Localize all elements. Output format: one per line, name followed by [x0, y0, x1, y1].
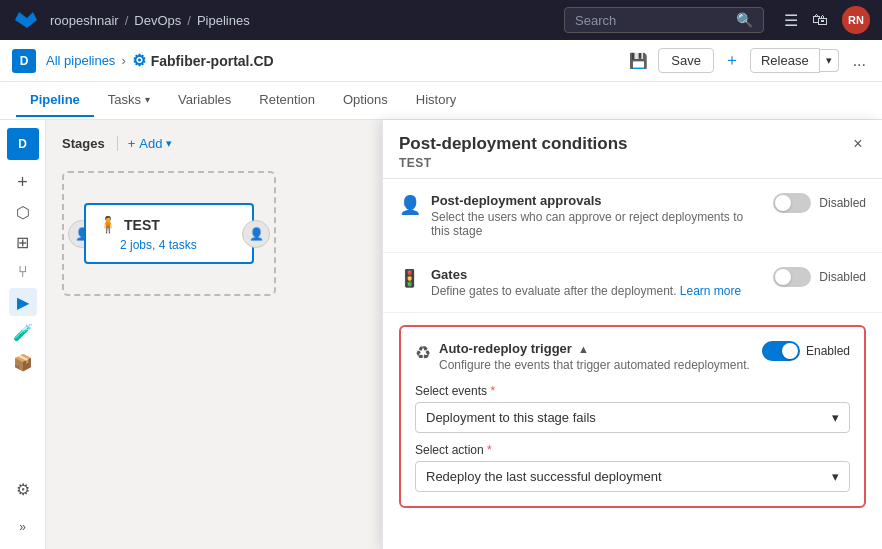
auto-redeploy-toggle-group: Enabled — [762, 341, 850, 361]
select-action-group: Select action * Redeploy the last succes… — [415, 443, 850, 492]
panel-header: Post-deployment conditions TEST × — [383, 120, 882, 179]
sidebar-org-icon[interactable]: D — [7, 128, 39, 160]
more-options-button[interactable]: ... — [849, 48, 870, 74]
post-deployment-panel: Post-deployment conditions TEST × 👤 Post… — [382, 120, 882, 549]
breadcrumb-org[interactable]: DevOps — [134, 13, 181, 28]
stages-area: 👤 🧍 TEST 2 jobs, 4 tasks 👤 — [84, 203, 254, 264]
gates-learn-more-link[interactable]: Learn more — [680, 284, 741, 298]
auto-redeploy-title: Auto-redeploy trigger ▲ — [439, 341, 754, 356]
stage-wrapper: 👤 🧍 TEST 2 jobs, 4 tasks 👤 — [84, 203, 254, 264]
gates-toggle-group: Disabled — [773, 267, 866, 287]
stages-dashed-container: 👤 🧍 TEST 2 jobs, 4 tasks 👤 — [62, 171, 276, 296]
gates-toggle-label: Disabled — [819, 270, 866, 284]
approvals-icon: 👤 — [399, 194, 421, 216]
gates-icon: 🚦 — [399, 268, 421, 289]
top-nav: roopeshnair / DevOps / Pipelines 🔍 ☰ 🛍 R… — [0, 0, 882, 40]
release-button[interactable]: Release — [750, 48, 820, 73]
tab-variables[interactable]: Variables — [164, 84, 245, 117]
tab-options[interactable]: Options — [329, 84, 402, 117]
approvals-toggle-group: Disabled — [773, 193, 866, 213]
tab-tasks[interactable]: Tasks ▾ — [94, 84, 164, 117]
tab-history[interactable]: History — [402, 84, 470, 117]
sidebar-icon-overview[interactable]: ⬡ — [9, 198, 37, 226]
all-pipelines-link[interactable]: All pipelines — [46, 53, 115, 68]
breadcrumb: roopeshnair / DevOps / Pipelines — [50, 13, 250, 28]
sidebar-expand-icon[interactable]: » — [9, 513, 37, 541]
select-action-required-marker: * — [487, 443, 492, 457]
logo[interactable] — [12, 6, 40, 34]
pipeline-breadcrumb: All pipelines › ⚙ Fabfiber-portal.CD — [46, 51, 274, 70]
tasks-chevron-icon: ▾ — [145, 94, 150, 105]
search-box: 🔍 — [564, 7, 764, 33]
main-content: D + ⬡ ⊞ ⑂ ▶ 🧪 📦 ⚙ » Stages + Add ▾ 👤 — [0, 120, 882, 549]
auto-redeploy-chevron-up-icon[interactable]: ▲ — [578, 343, 589, 355]
top-nav-icons: ☰ 🛍 RN — [784, 6, 870, 34]
stage-post-approver-icon[interactable]: 👤 — [242, 220, 270, 248]
sidebar-settings-icon[interactable]: ⚙ — [9, 475, 37, 503]
approvals-toggle-label: Disabled — [819, 196, 866, 210]
plus-icon: ＋ — [724, 50, 740, 71]
sidebar-icon-plus[interactable]: + — [9, 168, 37, 196]
gates-toggle[interactable] — [773, 267, 811, 287]
sidebar-icon-artifacts[interactable]: 📦 — [9, 348, 37, 376]
select-action-label: Select action * — [415, 443, 850, 457]
stages-label: Stages — [62, 136, 105, 151]
list-icon[interactable]: ☰ — [784, 11, 798, 30]
gates-title: Gates — [431, 267, 763, 282]
gates-section: 🚦 Gates Define gates to evaluate after t… — [383, 253, 882, 313]
select-action-value: Redeploy the last successful deployment — [426, 469, 662, 484]
stage-box-test[interactable]: 🧍 TEST 2 jobs, 4 tasks — [84, 203, 254, 264]
select-action-chevron-icon: ▾ — [832, 469, 839, 484]
sidebar-icon-testplans[interactable]: 🧪 — [9, 318, 37, 346]
auto-redeploy-section: ♻ Auto-redeploy trigger ▲ Configure the … — [399, 325, 866, 508]
release-button-group: Release ▾ — [750, 48, 839, 73]
select-events-group: Select events * Deployment to this stage… — [415, 384, 850, 433]
approvals-toggle[interactable] — [773, 193, 811, 213]
tab-pipeline[interactable]: Pipeline — [16, 84, 94, 117]
pipeline-initial-icon: D — [12, 49, 36, 73]
select-events-value: Deployment to this stage fails — [426, 410, 596, 425]
add-icon: + — [128, 136, 136, 151]
pipeline-name: ⚙ Fabfiber-portal.CD — [132, 51, 274, 70]
left-sidebar: D + ⬡ ⊞ ⑂ ▶ 🧪 📦 ⚙ » — [0, 120, 46, 549]
stage-name: TEST — [124, 217, 160, 233]
stage-details[interactable]: 2 jobs, 4 tasks — [120, 238, 240, 252]
breadcrumb-user[interactable]: roopeshnair — [50, 13, 119, 28]
auto-redeploy-toggle[interactable] — [762, 341, 800, 361]
second-bar: D All pipelines › ⚙ Fabfiber-portal.CD 💾… — [0, 40, 882, 82]
save-button[interactable]: Save — [658, 48, 714, 73]
gates-content: Gates Define gates to evaluate after the… — [431, 267, 763, 298]
approvals-content: Post-deployment approvals Select the use… — [431, 193, 763, 238]
panel-close-button[interactable]: × — [846, 132, 870, 156]
auto-redeploy-title-block: Auto-redeploy trigger ▲ Configure the ev… — [439, 341, 754, 372]
approvals-title: Post-deployment approvals — [431, 193, 763, 208]
save-icon: 💾 — [629, 52, 648, 70]
pipeline-title: Fabfiber-portal.CD — [151, 53, 274, 69]
avatar[interactable]: RN — [842, 6, 870, 34]
sidebar-icon-boards[interactable]: ⊞ — [9, 228, 37, 256]
select-events-dropdown[interactable]: Deployment to this stage fails ▾ — [415, 402, 850, 433]
sidebar-icon-pipelines[interactable]: ▶ — [9, 288, 37, 316]
release-dropdown-button[interactable]: ▾ — [820, 49, 839, 72]
gates-description: Define gates to evaluate after the deplo… — [431, 284, 763, 298]
tabs-bar: Pipeline Tasks ▾ Variables Retention Opt… — [0, 82, 882, 120]
add-chevron-icon: ▾ — [166, 137, 172, 150]
stage-person-icon: 🧍 — [98, 215, 118, 234]
panel-body: 👤 Post-deployment approvals Select the u… — [383, 179, 882, 549]
gates-row: 🚦 Gates Define gates to evaluate after t… — [399, 267, 866, 298]
select-events-chevron-icon: ▾ — [832, 410, 839, 425]
select-events-required-marker: * — [490, 384, 495, 398]
shopping-bag-icon[interactable]: 🛍 — [812, 11, 828, 29]
add-stage-button[interactable]: + Add ▾ — [117, 136, 173, 151]
sidebar-icon-repos[interactable]: ⑂ — [9, 258, 37, 286]
tab-retention[interactable]: Retention — [245, 84, 329, 117]
auto-redeploy-toggle-label: Enabled — [806, 344, 850, 358]
breadcrumb-pipelines[interactable]: Pipelines — [197, 13, 250, 28]
stage-box-header: 🧍 TEST — [98, 215, 240, 234]
search-icon: 🔍 — [736, 12, 753, 28]
select-action-dropdown[interactable]: Redeploy the last successful deployment … — [415, 461, 850, 492]
panel-title: Post-deployment conditions — [399, 134, 866, 154]
search-input[interactable] — [575, 13, 730, 28]
auto-redeploy-header: ♻ Auto-redeploy trigger ▲ Configure the … — [415, 341, 850, 372]
pipeline-name-icon: ⚙ — [132, 51, 146, 70]
